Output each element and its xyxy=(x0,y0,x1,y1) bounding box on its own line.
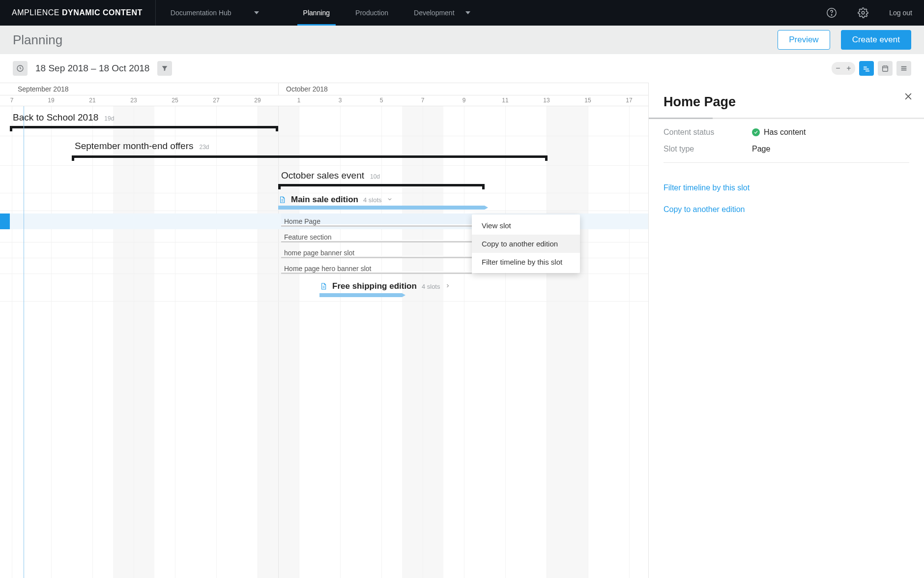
close-panel-button[interactable] xyxy=(903,91,913,103)
event-bar[interactable] xyxy=(72,155,548,158)
day-tick: 11 xyxy=(502,97,508,104)
slot-context-menu: View slotCopy to another editionFilter t… xyxy=(472,214,580,273)
edition-title[interactable]: Main sale edition4 slots xyxy=(278,195,393,205)
event-bar[interactable] xyxy=(278,184,485,186)
create-event-button[interactable]: Create event xyxy=(841,30,911,50)
day-tick: 19 xyxy=(48,97,54,104)
nav-tab-label: Production xyxy=(355,9,388,17)
day-header: 71921232527291357911131517 xyxy=(0,95,648,106)
day-tick: 3 xyxy=(339,97,342,104)
day-tick: 27 xyxy=(213,97,219,104)
panel-tab-strip xyxy=(649,118,924,119)
selected-row-marker xyxy=(0,213,10,229)
view-timeline-button[interactable] xyxy=(859,61,874,76)
hub-selector[interactable]: Documentation Hub xyxy=(169,9,261,17)
slot-row[interactable]: Home page hero banner slot xyxy=(281,262,472,275)
today-indicator xyxy=(24,106,24,578)
content-status-label: Content status xyxy=(664,128,732,137)
event-bar[interactable] xyxy=(10,126,278,128)
day-tick: 21 xyxy=(89,97,95,104)
day-tick: 15 xyxy=(584,97,591,104)
svg-point-1 xyxy=(832,15,832,15)
day-tick: 7 xyxy=(10,97,14,104)
slot-row[interactable]: Home Page xyxy=(281,214,472,228)
body-split: September 2018October 2018 7192123252729… xyxy=(0,83,924,578)
caret-down-icon xyxy=(465,11,470,14)
content-status-value: Has content xyxy=(764,128,806,137)
day-tick: 17 xyxy=(626,97,632,104)
day-tick: 7 xyxy=(421,97,425,104)
edition-title[interactable]: Free shipping edition4 slots xyxy=(319,281,451,291)
view-list-button[interactable] xyxy=(896,61,911,76)
brand-bold: DYNAMIC CONTENT xyxy=(62,8,143,17)
panel-action-link[interactable]: Copy to another edition xyxy=(664,205,909,214)
nav-tab-planning[interactable]: Planning xyxy=(290,0,343,26)
day-tick: 9 xyxy=(462,97,466,104)
settings-icon[interactable] xyxy=(858,7,868,18)
day-tick: 25 xyxy=(172,97,178,104)
day-tick: 5 xyxy=(380,97,383,104)
page-title: Planning xyxy=(13,32,62,48)
timeline[interactable]: September 2018October 2018 7192123252729… xyxy=(0,83,649,578)
filter-button[interactable] xyxy=(157,61,172,76)
zoom-controls: − + xyxy=(832,62,855,75)
edition-bar[interactable] xyxy=(319,293,402,297)
sub-header: Planning Preview Create event xyxy=(0,26,924,54)
day-tick: 23 xyxy=(130,97,137,104)
nav-tab-development[interactable]: Development xyxy=(401,0,483,26)
nav-tab-production[interactable]: Production xyxy=(343,0,401,26)
brand-logo: AMPLIENCE DYNAMIC CONTENT xyxy=(12,8,143,17)
nav-tab-label: Planning xyxy=(303,9,330,17)
status-ok-icon xyxy=(752,128,760,136)
date-range-label: 18 Sep 2018 – 18 Oct 2018 xyxy=(35,63,149,74)
slot-type-label: Slot type xyxy=(664,145,732,153)
hub-selector-label: Documentation Hub xyxy=(171,9,231,17)
context-menu-item[interactable]: View slot xyxy=(472,216,580,235)
timeline-canvas[interactable]: Back to School 201819dSeptember month-en… xyxy=(0,106,648,578)
zoom-in-button[interactable]: + xyxy=(843,63,854,74)
view-calendar-button[interactable] xyxy=(878,61,893,76)
slot-detail-panel: Home Page Content status Has content Slo… xyxy=(649,83,924,578)
logout-link[interactable]: Log out xyxy=(889,9,912,17)
slot-type-value: Page xyxy=(752,145,770,153)
document-icon xyxy=(278,195,286,204)
day-tick: 29 xyxy=(254,97,260,104)
weekend-shade xyxy=(547,106,588,578)
topnav-right: Log out xyxy=(826,7,912,18)
nav-tab-label: Development xyxy=(414,9,455,17)
slot-row[interactable]: home page banner slot xyxy=(281,246,472,260)
day-tick: 13 xyxy=(543,97,549,104)
svg-point-2 xyxy=(862,11,865,14)
help-icon[interactable] xyxy=(826,7,837,18)
panel-divider xyxy=(664,162,909,163)
panel-title: Home Page xyxy=(664,94,909,110)
chevron-right-icon[interactable] xyxy=(445,281,451,291)
event-title[interactable]: September month-end offers23d xyxy=(75,141,209,152)
top-nav: AMPLIENCE DYNAMIC CONTENT Documentation … xyxy=(0,0,924,26)
caret-down-icon xyxy=(254,11,259,14)
brand-separator xyxy=(155,0,156,26)
nav-tabs: PlanningProductionDevelopment xyxy=(290,0,483,26)
preview-button[interactable]: Preview xyxy=(778,30,830,50)
event-title[interactable]: Back to School 201819d xyxy=(13,112,114,123)
brand-light: AMPLIENCE xyxy=(12,8,59,17)
timeline-toolbar: 18 Sep 2018 – 18 Oct 2018 − + xyxy=(0,54,924,83)
zoom-out-button[interactable]: − xyxy=(833,63,843,74)
date-presets-button[interactable] xyxy=(13,61,28,76)
event-title[interactable]: October sales event10d xyxy=(281,170,380,181)
month-label: September 2018 xyxy=(18,85,69,93)
svg-rect-4 xyxy=(883,66,888,71)
month-header: September 2018October 2018 xyxy=(0,83,648,95)
document-icon xyxy=(319,282,327,291)
context-menu-item[interactable]: Copy to another edition xyxy=(472,235,580,253)
context-menu-item[interactable]: Filter timeline by this slot xyxy=(472,253,580,271)
panel-action-link[interactable]: Filter timeline by this slot xyxy=(664,183,909,192)
month-label: October 2018 xyxy=(286,85,328,93)
day-tick: 1 xyxy=(297,97,301,104)
slot-row[interactable]: Feature section xyxy=(281,230,472,244)
chevron-down-icon[interactable] xyxy=(387,195,393,205)
edition-bar[interactable] xyxy=(278,206,485,210)
